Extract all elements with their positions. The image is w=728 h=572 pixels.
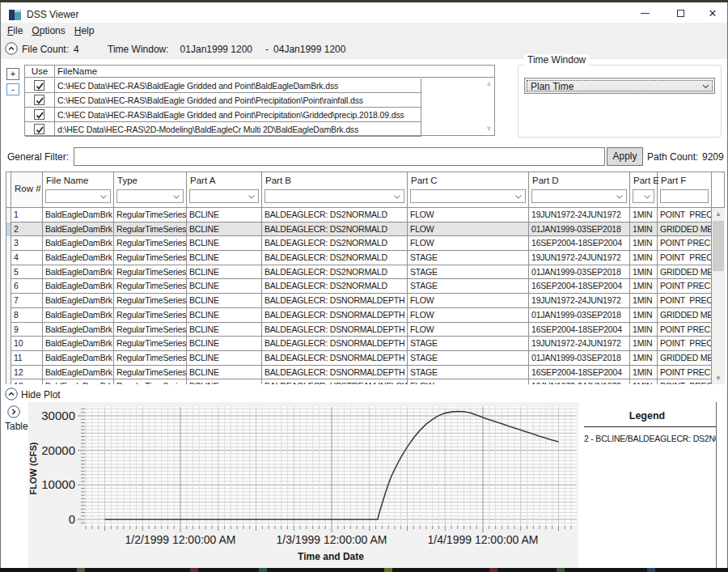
table-row[interactable]: 1BaldEagleDamBrkRegularTimeSeriesBCLINEB… [6, 208, 712, 222]
cell: BCLINE [187, 308, 262, 323]
table-expander[interactable] [7, 405, 20, 418]
column-filter-combobox[interactable] [531, 189, 627, 203]
plot-section: 01000020000300001/2/1999 12:00:00 AM1/3/… [1, 402, 727, 568]
file-row[interactable]: d:\HEC Data\HEC-RAS\2D-Modeling\BaldEagl… [25, 122, 421, 137]
column-header-part-c[interactable]: Part C [408, 172, 529, 207]
column-filter-combobox[interactable] [116, 189, 184, 203]
cell: BALDEAGLECR: DS2NORMALD [262, 236, 408, 251]
table-row[interactable]: 13BaldEagleDamBrkRegularTimeSeriesBCLINE… [6, 379, 712, 384]
file-row[interactable]: C:\HEC Data\HEC-RAS\BaldEagle Gridded an… [25, 78, 421, 93]
cell: GRIDDED ME [658, 265, 712, 280]
table-row[interactable]: 5BaldEagleDamBrkRegularTimeSeriesBCLINEB… [6, 265, 712, 280]
column-filter-combobox[interactable] [265, 189, 404, 203]
chevron-down-icon [644, 195, 650, 199]
scroll-up-icon[interactable]: ▲ [712, 208, 725, 220]
table-row[interactable]: 8BaldEagleDamBrkRegularTimeSeriesBCLINEB… [6, 308, 712, 323]
cell: BaldEagleDamBrk [43, 208, 114, 222]
file-path: C:\HEC Data\HEC-RAS\BaldEagle Gridded an… [57, 95, 363, 105]
cell: BaldEagleDamBrk [43, 265, 114, 280]
menu-help[interactable]: Help [74, 23, 103, 38]
menu-file[interactable]: File [7, 23, 31, 38]
column-header-part-b[interactable]: Part B [262, 172, 408, 207]
column-title: Part C [411, 176, 438, 185]
cell: 19JUN1972-24JUN1972 [529, 208, 630, 222]
column-filter-combobox[interactable] [633, 189, 654, 203]
column-filter-combobox[interactable] [410, 189, 526, 203]
cell: BALDEAGLECR: DSNORMALDEPTH [262, 351, 408, 366]
column-filter-combobox[interactable] [45, 189, 111, 203]
file-row[interactable]: C:\HEC Data\HEC-RAS\BaldEagle Gridded an… [25, 108, 421, 122]
column-header-part-e[interactable]: Part E [630, 172, 658, 207]
table-row[interactable]: 12BaldEagleDamBrkRegularTimeSeriesBCLINE… [6, 366, 712, 380]
scroll-down-icon[interactable]: ▼ [712, 372, 725, 384]
scroll-up-icon[interactable]: ▲ [485, 79, 493, 88]
cell: 13 [11, 379, 43, 384]
cell: BaldEagleDamBrk [43, 279, 114, 294]
column-header-type[interactable]: Type [114, 172, 187, 207]
cell: RegularTimeSeries [114, 323, 187, 337]
minimize-button[interactable] [627, 2, 662, 23]
cell: 19JUN1972-24JUN1972 [529, 379, 630, 384]
collapse-files-expander[interactable] [5, 42, 18, 55]
paths-table-scrollbar[interactable]: ▲ ▼ [712, 208, 725, 384]
menu-options[interactable]: Options [32, 23, 73, 38]
column-header-part-f[interactable]: Part F [658, 172, 712, 207]
use-checkbox[interactable] [34, 109, 44, 120]
file-count-label: File Count: [22, 44, 69, 55]
maximize-button[interactable] [662, 2, 698, 23]
path-count-value: 9209 [702, 151, 724, 163]
table-row[interactable]: 11BaldEagleDamBrkRegularTimeSeriesBCLINE… [6, 351, 712, 366]
general-filter-input[interactable] [74, 147, 605, 166]
cell: BCLINE [187, 279, 262, 294]
scrollbar-thumb[interactable] [713, 221, 724, 271]
cell: 1MIN [630, 265, 658, 280]
cell: BCLINE [187, 379, 262, 384]
column-header-row-[interactable]: Row # [11, 172, 43, 207]
time-window-combobox[interactable]: Plan Time [524, 78, 715, 94]
cell: 10 [11, 337, 43, 351]
legend-divider [584, 426, 716, 427]
cell: POINT PRECI [658, 251, 712, 265]
column-title: Part A [190, 176, 215, 185]
cell: STAGE [408, 279, 529, 294]
file-list-scrollbar[interactable]: ▲ ▼ [484, 78, 494, 135]
file-row[interactable]: C:\HEC Data\HEC-RAS\BaldEagle Gridded an… [25, 93, 421, 108]
add-file-button[interactable]: + [6, 68, 19, 80]
chevron-down-icon [616, 195, 623, 199]
column-header-part-d[interactable]: Part D [529, 172, 630, 207]
cell: FLOW [408, 236, 529, 251]
cell: BALDEAGLECR: DSNORMALDEPTH [262, 308, 408, 323]
table-row[interactable]: 3BaldEagleDamBrkRegularTimeSeriesBCLINEB… [6, 236, 712, 251]
table-row[interactable]: 9BaldEagleDamBrkRegularTimeSeriesBCLINEB… [6, 323, 712, 337]
table-row[interactable]: 4BaldEagleDamBrkRegularTimeSeriesBCLINEB… [6, 251, 712, 265]
cell: BCLINE [187, 323, 262, 337]
use-checkbox[interactable] [34, 124, 44, 134]
cell: RegularTimeSeries [114, 379, 187, 384]
legend-title: Legend [578, 410, 716, 422]
cell: 1MIN [630, 294, 658, 308]
table-row[interactable]: 10BaldEagleDamBrkRegularTimeSeriesBCLINE… [6, 337, 712, 351]
table-row[interactable]: 6BaldEagleDamBrkRegularTimeSeriesBCLINEB… [6, 279, 712, 294]
apply-button[interactable]: Apply [607, 147, 643, 166]
cell: 1MIN [630, 323, 658, 337]
cell: RegularTimeSeries [114, 251, 187, 265]
close-button[interactable]: ✕ [695, 2, 728, 23]
table-row[interactable]: 2BaldEagleDamBrkRegularTimeSeriesBCLINEB… [6, 222, 712, 237]
column-filter-combobox[interactable] [660, 189, 709, 203]
use-checkbox[interactable] [34, 80, 44, 91]
column-header-file-name[interactable]: File Name [43, 172, 114, 207]
table-row[interactable]: 7BaldEagleDamBrkRegularTimeSeriesBCLINEB… [6, 294, 712, 308]
cell: BCLINE [187, 366, 262, 380]
column-header-part-a[interactable]: Part A [187, 172, 262, 207]
cell: FLOW [408, 308, 529, 323]
remove-file-button[interactable]: - [6, 83, 19, 95]
svg-text:30000: 30000 [41, 409, 75, 422]
scroll-down-icon[interactable]: ▼ [485, 125, 493, 133]
cell: BaldEagleDamBrk [43, 222, 114, 237]
column-filter-combobox[interactable] [189, 189, 259, 203]
cell: BALDEAGLECR: DS2NORMALD [262, 251, 408, 265]
hide-plot-expander[interactable] [5, 388, 18, 400]
use-checkbox[interactable] [34, 95, 44, 105]
cell: FLOW [408, 222, 529, 237]
cell: BCLINE [187, 251, 262, 265]
